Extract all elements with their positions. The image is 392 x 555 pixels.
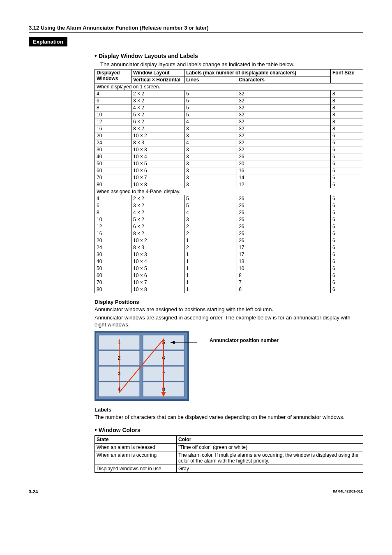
table-row: When an alarm is released"Time off color…: [95, 444, 363, 451]
table-row: 248 × 32176: [95, 244, 363, 251]
th-state: State: [95, 436, 177, 444]
table-row: 7010 × 7176: [95, 279, 363, 286]
colors-heading: Window Colors: [95, 426, 363, 434]
table-group-row: When displayed on 1 screen.: [95, 83, 363, 90]
table-row: 2010 × 23326: [95, 132, 363, 139]
labels-heading: Labels: [95, 407, 363, 413]
table-row: 63 × 25266: [95, 202, 363, 209]
th-chars: Characters: [237, 76, 331, 83]
table-row: 105 × 23266: [95, 216, 363, 223]
layouts-table: Displayed Windows Window Layout Labels (…: [95, 69, 363, 293]
table-row: Displayed windows not in useGray: [95, 465, 363, 473]
table-row: 4010 × 43266: [95, 153, 363, 160]
page-footer: 3-24 IM 04L42B01-01E: [29, 489, 363, 494]
th-labels: Labels (max number of displayable charac…: [184, 69, 331, 76]
doc-id: IM 04L42B01-01E: [333, 489, 363, 494]
th-lines: Lines: [184, 76, 237, 83]
layouts-intro: The annunciator display layouts and labe…: [100, 61, 363, 67]
table-row: 42 × 25266: [95, 195, 363, 202]
layouts-heading: Display Window Layouts and Labels: [95, 52, 363, 60]
table-row: 3010 × 33326: [95, 146, 363, 153]
th-layout-sub: Vertical × Horizontal: [131, 76, 184, 83]
th-color: Color: [177, 436, 363, 444]
table-row: 3010 × 31176: [95, 251, 363, 258]
table-row: 6010 × 6186: [95, 272, 363, 279]
explanation-bar: Explanation: [29, 37, 67, 46]
table-row: 5010 × 51106: [95, 265, 363, 272]
positions-heading: Display Positions: [95, 299, 363, 305]
table-group-row: When assigned to the 4-Panel display.: [95, 188, 363, 195]
table-row: 84 × 25328: [95, 104, 363, 111]
positions-text2: Annunciator windows are assigned in asce…: [95, 314, 363, 328]
positions-text1: Annunciator windows are assigned to posi…: [95, 306, 363, 313]
table-row: 126 × 22266: [95, 223, 363, 230]
table-row: 126 × 24328: [95, 118, 363, 125]
table-row: 2010 × 21266: [95, 237, 363, 244]
section-header: 3.12 Using the Alarm Annunciator Functio…: [29, 25, 363, 33]
diagram-caption: Annunciator position number: [210, 338, 279, 344]
table-row: When an alarm is occurringThe alarm colo…: [95, 451, 363, 465]
table-row: 84 × 24266: [95, 209, 363, 216]
table-row: 8010 × 83126: [95, 181, 363, 188]
positions-diagram: 1 2 3 4 5 6 7 8: [95, 331, 197, 401]
th-layout: Window Layout: [131, 69, 184, 76]
table-row: 105 × 25328: [95, 111, 363, 118]
table-row: 63 × 25328: [95, 97, 363, 104]
table-row: 42 × 25328: [95, 90, 363, 97]
labels-text: The number of characters that can be dis…: [95, 414, 363, 421]
table-row: 4010 × 41136: [95, 258, 363, 265]
table-row: 168 × 22266: [95, 230, 363, 237]
colors-table: State Color When an alarm is released"Ti…: [95, 435, 363, 473]
table-row: 5010 × 53206: [95, 160, 363, 167]
table-row: 168 × 23328: [95, 125, 363, 132]
page-number: 3-24: [29, 489, 38, 494]
table-row: 7010 × 73146: [95, 174, 363, 181]
table-row: 6010 × 63166: [95, 167, 363, 174]
table-row: 8010 × 8166: [95, 286, 363, 293]
table-row: 248 × 34326: [95, 139, 363, 146]
th-displayed: Displayed Windows: [95, 69, 131, 83]
th-font: Font Size: [331, 69, 363, 83]
